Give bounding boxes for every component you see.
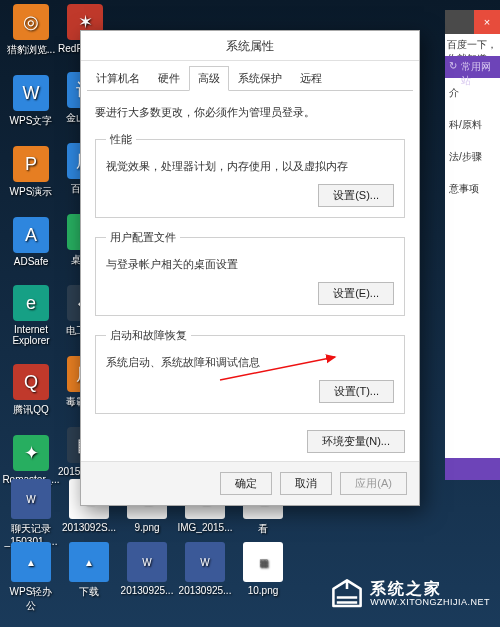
file-label: 9.png [134,522,159,533]
desktop-file[interactable]: W20130925... [122,542,172,613]
desktop-thumbs-row-2: ▲WPS轻办公▲下载W20130925...W20130925...▦10.pn… [6,542,288,613]
file-label: IMG_2015... [177,522,232,533]
desktop-icon[interactable]: PWPS演示 [6,146,56,199]
apply-button[interactable]: 应用(A) [340,472,407,495]
icon-label: 猎豹浏览... [7,43,55,57]
file-label: 2013092S... [62,522,116,533]
browser-titlebar: × [445,10,500,34]
file-icon: W [11,479,51,519]
side-content-item: 介 [449,86,496,100]
desktop-icon[interactable]: Q腾讯QQ [6,364,56,417]
performance-desc: 视觉效果，处理器计划，内存使用，以及虚拟内存 [106,159,394,174]
watermark-logo-icon [330,577,364,611]
side-content-item: 科/原料 [449,118,496,132]
file-label: 20130925... [121,585,174,596]
icon-label: Internet Explorer [6,324,56,346]
app-icon: ◎ [13,4,49,40]
tab-计算机名[interactable]: 计算机名 [87,66,149,91]
dialog-tabs: 计算机名硬件高级系统保护远程 [87,65,413,91]
desktop-icon[interactable]: ◎猎豹浏览... [6,4,56,57]
app-icon: ✦ [13,435,49,471]
ok-button[interactable]: 确定 [220,472,272,495]
startup-settings-button[interactable]: 设置(T)... [319,380,394,403]
tab-高级[interactable]: 高级 [189,66,229,91]
file-label: 看 [258,522,268,536]
admin-hint: 要进行大多数更改，你必须作为管理员登录。 [95,105,405,120]
performance-legend: 性能 [106,132,136,147]
startup-legend: 启动和故障恢复 [106,328,191,343]
file-icon: ▦ [243,542,283,582]
desktop-icon[interactable]: WWPS文字 [6,75,56,128]
icon-label: WPS演示 [10,185,53,199]
app-icon: P [13,146,49,182]
browser-search-text: 百度一下，你就知道 [445,34,500,56]
file-label: 20130925... [179,585,232,596]
app-icon: W [13,75,49,111]
performance-settings-button[interactable]: 设置(S)... [318,184,394,207]
close-icon[interactable]: × [474,10,500,34]
file-label: 下载 [79,585,99,599]
desktop-file[interactable]: ▦10.png [238,542,288,613]
environment-variables-button[interactable]: 环境变量(N)... [307,430,405,453]
desktop-file[interactable]: W聊天记录_150301_... [6,479,56,547]
file-label: WPS轻办公 [6,585,56,613]
tab-远程[interactable]: 远程 [291,66,331,91]
desktop-icon[interactable]: eInternet Explorer [6,285,56,346]
watermark-title: 系统之家 [370,580,490,598]
tab-系统保护[interactable]: 系统保护 [229,66,291,91]
performance-group: 性能 视觉效果，处理器计划，内存使用，以及虚拟内存 设置(S)... [95,132,405,218]
desktop-icon[interactable]: ✦Romaster_... [6,435,56,485]
browser-window: × 百度一下，你就知道 ↻常用网站 介科/原料法/步骤意事项 [445,10,500,480]
icon-label: WPS文字 [10,114,53,128]
system-properties-dialog: 系统属性 计算机名硬件高级系统保护远程 要进行大多数更改，你必须作为管理员登录。… [80,30,420,506]
file-icon: ▲ [11,542,51,582]
watermark-url: WWW.XITONGZHIJIA.NET [370,598,490,608]
app-icon: A [13,217,49,253]
dialog-footer: 确定 取消 应用(A) [81,461,419,505]
file-icon: ▲ [69,542,109,582]
icon-label: 腾讯QQ [13,403,49,417]
user-profile-group: 用户配置文件 与登录帐户相关的桌面设置 设置(E)... [95,230,405,316]
desktop-icon[interactable]: AADSafe [6,217,56,267]
browser-nav: ↻常用网站 [445,56,500,78]
file-label: 10.png [248,585,279,596]
user-profile-settings-button[interactable]: 设置(E)... [318,282,394,305]
icon-label: ADSafe [14,256,48,267]
user-profile-legend: 用户配置文件 [106,230,180,245]
desktop-file[interactable]: ▲WPS轻办公 [6,542,56,613]
file-icon: W [185,542,225,582]
desktop-file[interactable]: ▲下载 [64,542,114,613]
cancel-button[interactable]: 取消 [280,472,332,495]
side-content-item: 法/步骤 [449,150,496,164]
tab-硬件[interactable]: 硬件 [149,66,189,91]
startup-desc: 系统启动、系统故障和调试信息 [106,355,394,370]
user-profile-desc: 与登录帐户相关的桌面设置 [106,257,394,272]
app-icon: e [13,285,49,321]
dialog-title: 系统属性 [81,31,419,61]
side-content-item: 意事项 [449,182,496,196]
watermark: 系统之家 WWW.XITONGZHIJIA.NET [330,577,490,611]
startup-recovery-group: 启动和故障恢复 系统启动、系统故障和调试信息 设置(T)... [95,328,405,414]
app-icon: Q [13,364,49,400]
file-icon: W [127,542,167,582]
desktop-file[interactable]: W20130925... [180,542,230,613]
desktop-icons-col1: ◎猎豹浏览...WWPS文字PWPS演示AADSafeeInternet Exp… [6,4,56,485]
